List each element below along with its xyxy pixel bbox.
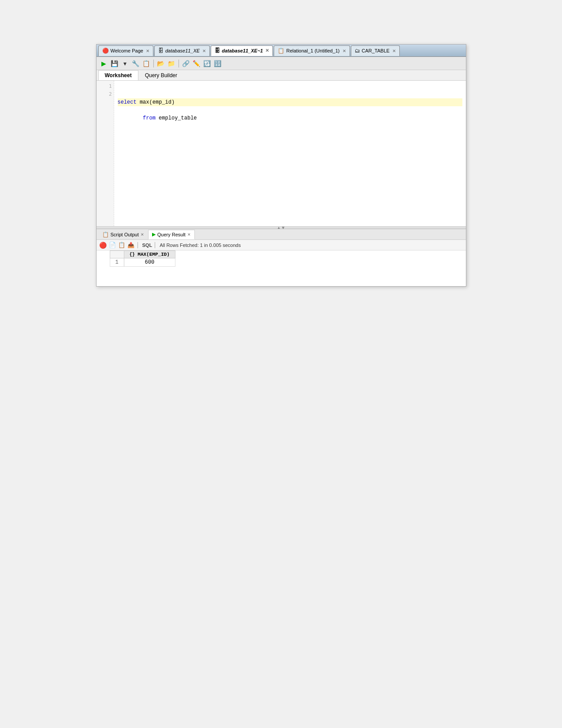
script-output-icon: 📋 — [102, 231, 109, 238]
db11xe-tab-close[interactable]: ✕ — [202, 49, 206, 53]
main-toolbar: ▶ 💾 ▾ 🔧 📋 📂 📁 🔗 ✏️ 🔃 🔢 — [97, 57, 466, 70]
tab-db11xe[interactable]: 🗄 database11_XE ✕ — [154, 45, 210, 56]
worksheet-label: Worksheet — [105, 72, 132, 78]
bottom-tab-query-result[interactable]: ▶ Query Result ✕ — [148, 230, 195, 239]
toolbar-btn-8[interactable]: 🔢 — [213, 59, 223, 68]
toolbar-btn-3[interactable]: 📂 — [156, 59, 166, 68]
relational-tab-icon: 📋 — [278, 48, 284, 54]
toolbar-btn-4[interactable]: 📁 — [167, 59, 176, 68]
run-button[interactable]: ▶ — [99, 59, 109, 68]
bottom-export-button[interactable]: 📤 — [127, 241, 135, 249]
line-num-2: 2 — [97, 90, 112, 98]
tab-relational[interactable]: 📋 Relational_1 (Untitled_1) ✕ — [274, 45, 350, 56]
separator-2 — [179, 60, 179, 67]
db11xe1-tab-icon: 🗄 — [215, 48, 220, 54]
line-num-1: 1 — [97, 82, 112, 90]
main-container: 🔴 Welcome Page ✕ 🗄 database11_XE ✕ 🗄 dat… — [0, 0, 562, 728]
bottom-panel: 📋 Script Output ✕ ▶ Query Result ✕ 🔴 📄 📋… — [97, 229, 466, 286]
result-area: {} MAX(EMP_ID)1600 — [97, 250, 466, 286]
code-line-1: select max(emp_id) — [118, 98, 462, 106]
tab-bar: 🔴 Welcome Page ✕ 🗄 database11_XE ✕ 🗄 dat… — [97, 45, 466, 57]
result-table: {} MAX(EMP_ID)1600 — [110, 250, 175, 267]
tab-db11xe1[interactable]: 🗄 database11_XE~1 ✕ — [211, 45, 273, 56]
tab-welcome[interactable]: 🔴 Welcome Page ✕ — [98, 45, 153, 56]
code-line-2: from employ_table — [143, 115, 197, 121]
sql-label: SQL — [142, 243, 153, 248]
ide-window: 🔴 Welcome Page ✕ 🗄 database11_XE ✕ 🗄 dat… — [96, 44, 466, 287]
tab-cartable[interactable]: 🗂 CAR_TABLE ✕ — [351, 45, 400, 56]
result-status: All Rows Fetched: 1 in 0.005 seconds — [160, 243, 241, 248]
query-result-close[interactable]: ✕ — [187, 232, 191, 237]
db11xe-tab-label: database11_XE — [165, 48, 200, 53]
cartable-tab-close[interactable]: ✕ — [392, 49, 396, 53]
sub-tab-worksheet[interactable]: Worksheet — [98, 70, 138, 80]
relational-tab-label: Relational_1 (Untitled_1) — [286, 48, 339, 53]
col-header-max-emp-id: {} MAX(EMP_ID) — [124, 251, 175, 258]
line-gutter: 1 2 — [97, 81, 114, 226]
bottom-separator-1 — [138, 242, 138, 248]
code-editor[interactable]: select max(emp_id) from employ_table — [114, 81, 466, 226]
dropdown-button[interactable]: ▾ — [120, 59, 130, 68]
querybuilder-label: Query Builder — [145, 72, 177, 78]
toolbar-btn-1[interactable]: 🔧 — [131, 59, 141, 68]
query-result-icon: ▶ — [152, 231, 156, 237]
table-row: 1600 — [110, 258, 175, 267]
toolbar-btn-6[interactable]: ✏️ — [192, 59, 201, 68]
relational-tab-close[interactable]: ✕ — [342, 49, 346, 53]
sub-tab-querybuilder[interactable]: Query Builder — [138, 70, 184, 80]
toolbar-btn-7[interactable]: 🔃 — [202, 59, 212, 68]
cell-row-number: 1 — [110, 258, 124, 267]
welcome-tab-label: Welcome Page — [111, 48, 143, 53]
bottom-toolbar: 🔴 📄 📋 📤 SQL All Rows Fetched: 1 in 0.005… — [97, 240, 466, 250]
separator-1 — [153, 60, 154, 67]
cartable-tab-icon: 🗂 — [355, 48, 360, 54]
cell-max-emp-id: 600 — [124, 258, 175, 267]
code-area: 1 2 select max(emp_id) from employ_table — [97, 81, 466, 226]
stop-button[interactable]: 🔴 — [99, 241, 107, 249]
bottom-tab-bar: 📋 Script Output ✕ ▶ Query Result ✕ — [97, 229, 466, 240]
bottom-separator-2 — [155, 242, 155, 248]
save-button[interactable]: 💾 — [110, 59, 119, 68]
script-output-label: Script Output — [111, 232, 139, 237]
db11xe1-tab-close[interactable]: ✕ — [265, 48, 269, 53]
sub-tab-bar: Worksheet Query Builder — [97, 70, 466, 81]
toolbar-btn-5[interactable]: 🔗 — [181, 59, 191, 68]
script-output-close[interactable]: ✕ — [141, 232, 144, 237]
toolbar-btn-2[interactable]: 📋 — [141, 59, 151, 68]
db11xe-tab-icon: 🗄 — [158, 48, 164, 54]
cartable-tab-label: CAR_TABLE — [362, 48, 390, 53]
bottom-copy-button[interactable]: 📋 — [118, 241, 126, 249]
welcome-tab-icon: 🔴 — [102, 48, 109, 54]
query-result-label: Query Result — [157, 232, 186, 237]
welcome-tab-close[interactable]: ✕ — [146, 49, 149, 53]
bottom-save-button[interactable]: 📄 — [108, 241, 116, 249]
db11xe1-tab-label: database11_XE~1 — [222, 48, 263, 53]
bottom-tab-script-output[interactable]: 📋 Script Output ✕ — [98, 230, 148, 239]
